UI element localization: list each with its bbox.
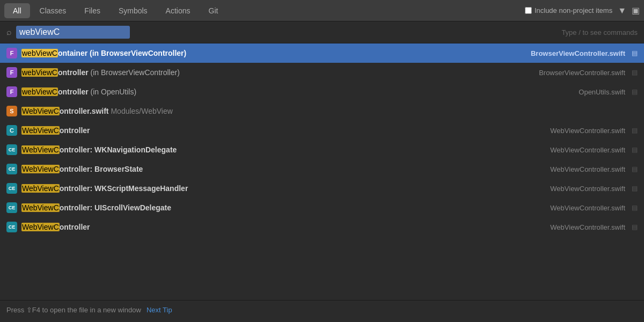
list-item[interactable]: CEWebViewController: UIScrollViewDelegat… (0, 198, 644, 217)
result-file: WebViewController.swift (550, 204, 625, 212)
list-item[interactable]: CEWebViewController: WKScriptMessageHand… (0, 179, 644, 198)
result-file: WebViewController.swift (550, 223, 625, 231)
file-icon: ▤ (632, 185, 638, 192)
tab-git[interactable]: Git (200, 3, 227, 18)
search-icon: ⌕ (6, 27, 12, 37)
result-name: WebViewController (21, 126, 546, 135)
result-name: WebViewController: WKScriptMessageHandle… (21, 184, 546, 193)
result-name: webViewController (in BrowserViewControl… (21, 68, 535, 77)
result-file: WebViewController.swift (550, 185, 625, 193)
search-hint: Type / to see commands (561, 28, 638, 36)
result-badge: CE (6, 222, 17, 232)
tab-actions[interactable]: Actions (157, 3, 199, 18)
result-badge: F (6, 86, 17, 97)
file-icon: ▤ (632, 223, 638, 231)
result-file: WebViewController.swift (550, 165, 625, 173)
result-badge: CE (6, 202, 17, 213)
layout-icon[interactable]: ▣ (632, 5, 640, 16)
result-badge: CE (6, 183, 17, 194)
list-item[interactable]: SWebViewController.swift Modules/WebView (0, 101, 644, 121)
result-file: WebViewController.swift (550, 127, 625, 135)
status-tip-text: Press ⇧F4 to open the file in a new wind… (6, 306, 141, 314)
result-file: BrowserViewController.swift (531, 49, 625, 57)
tab-bar: All Classes Files Symbols Actions Git In… (0, 0, 644, 21)
result-name: WebViewController: UIScrollViewDelegate (21, 203, 546, 212)
result-name: webViewController (in OpenUtils) (21, 87, 574, 96)
result-badge: F (6, 67, 17, 78)
results-list: FwebViewContainer (in BrowserViewControl… (0, 43, 644, 300)
file-icon: ▤ (632, 127, 638, 134)
result-name: webViewContainer (in BrowserViewControll… (21, 49, 526, 57)
result-badge: C (6, 125, 17, 136)
list-item[interactable]: CEWebViewController: BrowserStateWebView… (0, 159, 644, 179)
search-input[interactable] (16, 26, 130, 39)
status-bar: Press ⇧F4 to open the file in a new wind… (0, 300, 644, 319)
list-item[interactable]: CWebViewControllerWebViewController.swif… (0, 121, 644, 140)
result-file: WebViewController.swift (550, 146, 625, 154)
result-name: WebViewController.swift Modules/WebView (21, 107, 638, 115)
file-icon: ▤ (632, 146, 638, 153)
result-badge: CE (6, 144, 17, 155)
file-icon: ▤ (632, 88, 638, 96)
result-badge: S (6, 106, 17, 116)
include-non-project-label: Include non-project items (535, 6, 612, 14)
result-badge: F (6, 48, 17, 58)
file-icon: ▤ (632, 69, 638, 76)
list-item[interactable]: FwebViewContainer (in BrowserViewControl… (0, 43, 644, 63)
result-name: WebViewController (21, 223, 546, 231)
tab-files[interactable]: Files (76, 3, 109, 18)
result-badge: CE (6, 164, 17, 174)
include-non-project-checkbox[interactable]: Include non-project items (525, 6, 612, 14)
file-icon: ▤ (632, 49, 638, 57)
list-item[interactable]: CEWebViewControllerWebViewController.swi… (0, 217, 644, 237)
tab-classes[interactable]: Classes (31, 3, 75, 18)
file-icon: ▤ (632, 165, 638, 173)
search-bar: ⌕ Type / to see commands (0, 21, 644, 43)
result-name: WebViewController: WKNavigationDelegate (21, 145, 546, 154)
tab-all[interactable]: All (4, 3, 30, 18)
file-icon: ▤ (632, 204, 638, 211)
next-tip-button[interactable]: Next Tip (147, 306, 172, 314)
result-name: WebViewController: BrowserState (21, 165, 546, 173)
list-item[interactable]: FwebViewController (in BrowserViewContro… (0, 63, 644, 82)
list-item[interactable]: CEWebViewController: WKNavigationDelegat… (0, 140, 644, 159)
result-file: BrowserViewController.swift (539, 69, 625, 77)
result-file: OpenUtils.swift (579, 88, 625, 96)
tab-symbols[interactable]: Symbols (110, 3, 156, 18)
list-item[interactable]: FwebViewController (in OpenUtils)OpenUti… (0, 82, 644, 101)
include-non-project-input[interactable] (525, 7, 532, 14)
filter-icon[interactable]: ▼ (618, 6, 626, 16)
